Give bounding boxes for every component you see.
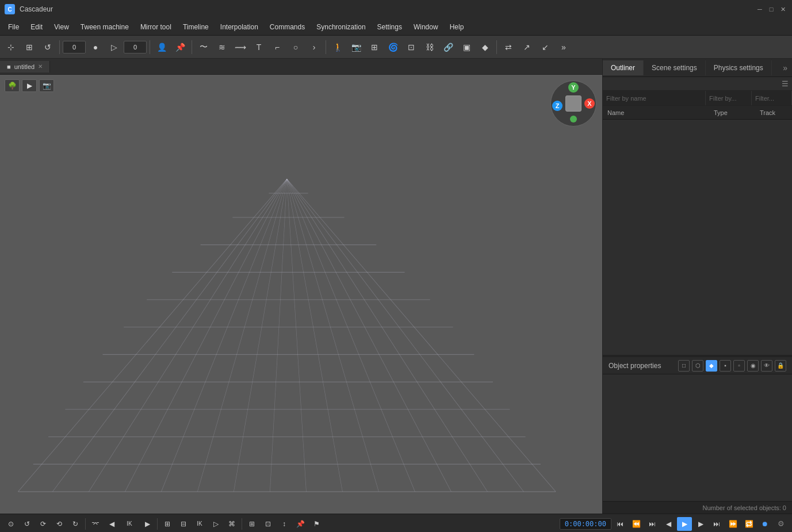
- menu-mirror-tool[interactable]: Mirror tool: [135, 21, 177, 33]
- maximize-button[interactable]: □: [767, 5, 776, 14]
- tl-expand-btn[interactable]: ⊞: [160, 517, 175, 531]
- scene-tab[interactable]: ■ untitled ✕: [0, 61, 50, 72]
- link-btn[interactable]: ⛓: [421, 39, 438, 55]
- tl-flag-btn[interactable]: ⚑: [309, 517, 324, 531]
- body-btn[interactable]: 🚶: [329, 39, 346, 55]
- filter-other-input[interactable]: [752, 91, 792, 105]
- tl-record-btn[interactable]: ⏺: [757, 517, 772, 531]
- tab-outliner[interactable]: Outliner: [603, 60, 644, 75]
- tl-end-btn[interactable]: ⏭: [709, 517, 724, 531]
- rotate-tool-button[interactable]: ↺: [39, 39, 56, 55]
- rotation-input[interactable]: [124, 41, 147, 53]
- svg-line-25: [287, 179, 488, 492]
- outliner-more-btn[interactable]: »: [778, 63, 792, 72]
- tl-frame-btn[interactable]: ⊞: [244, 517, 259, 531]
- chevron-btn[interactable]: ›: [305, 39, 323, 55]
- menu-interpolation[interactable]: Interpolation: [215, 21, 264, 33]
- cam-btn[interactable]: 📷: [347, 39, 365, 55]
- viewport-tree-btn[interactable]: 🌳: [5, 79, 20, 92]
- box-btn[interactable]: ▣: [458, 39, 475, 55]
- wave-btn[interactable]: 〜: [195, 39, 212, 55]
- tl-prev-btn[interactable]: ◀: [661, 517, 676, 531]
- more-btn[interactable]: »: [555, 39, 572, 55]
- zigzag-btn[interactable]: ⟿: [232, 39, 249, 55]
- tl-prev-frame-btn[interactable]: ⏪: [629, 517, 644, 531]
- tl-next-btn[interactable]: ▶: [693, 517, 708, 531]
- obj-prop-circle-icon[interactable]: ◉: [747, 360, 759, 372]
- tl-prev-key-btn[interactable]: ◀: [104, 517, 119, 531]
- t-btn[interactable]: T: [250, 39, 267, 55]
- tl-sync-btn[interactable]: ⟲: [52, 517, 67, 531]
- tl-trim-btn[interactable]: ⌤: [88, 517, 103, 531]
- tl-merge-btn[interactable]: ⊟: [176, 517, 191, 531]
- tl-extra-btn[interactable]: ⌘: [224, 517, 239, 531]
- tab-physics-settings[interactable]: Physics settings: [706, 60, 772, 75]
- menu-edit[interactable]: Edit: [25, 21, 48, 33]
- menu-view[interactable]: View: [48, 21, 75, 33]
- obj-prop-sq1-icon[interactable]: ▪: [720, 360, 731, 372]
- outliner-menu-icon[interactable]: ☰: [782, 79, 789, 88]
- menu-file[interactable]: File: [2, 21, 25, 33]
- obj-prop-sq2-icon[interactable]: ▫: [733, 360, 745, 372]
- tl-rewind-btn[interactable]: ⏮: [613, 517, 628, 531]
- menu-settings[interactable]: Settings: [372, 21, 408, 33]
- menu-window[interactable]: Window: [408, 21, 444, 33]
- frame-input[interactable]: [63, 41, 86, 53]
- tab-close-button[interactable]: ✕: [38, 63, 43, 70]
- menu-tween-machine[interactable]: Tween machine: [75, 21, 135, 33]
- tab-scene-settings[interactable]: Scene settings: [644, 60, 706, 75]
- obj-prop-lock-icon[interactable]: 🔒: [775, 360, 786, 372]
- tl-move-btn[interactable]: ↕: [277, 517, 292, 531]
- tl-anim-btn[interactable]: ↺: [20, 517, 35, 531]
- viewport-play-btn[interactable]: ▶: [22, 79, 37, 92]
- minimize-button[interactable]: ─: [755, 5, 764, 14]
- menu-help[interactable]: Help: [444, 21, 470, 33]
- circle-btn[interactable]: ○: [287, 39, 304, 55]
- tl-loop-btn[interactable]: ⟳: [36, 517, 51, 531]
- pin-btn[interactable]: 📌: [171, 39, 189, 55]
- viewport-camera-btn[interactable]: 📷: [39, 79, 54, 92]
- menu-synchronization[interactable]: Synchronization: [311, 21, 371, 33]
- axis-gizmo[interactable]: Y X Z: [550, 81, 596, 127]
- tl-ik-btn[interactable]: IK: [120, 517, 139, 531]
- tl-next-frame-btn[interactable]: ⏩: [725, 517, 740, 531]
- obj-prop-box-icon[interactable]: □: [678, 360, 690, 372]
- tl-range-btn[interactable]: ⊡: [261, 517, 276, 531]
- menu-timeline[interactable]: Timeline: [177, 21, 215, 33]
- tl-loop-mode-btn[interactable]: 🔁: [741, 517, 756, 531]
- link2-btn[interactable]: 🔗: [439, 39, 457, 55]
- tl-scene-btn[interactable]: ⊙: [3, 517, 18, 531]
- import-btn[interactable]: ↙: [537, 39, 554, 55]
- obj-prop-eye-icon[interactable]: 👁: [761, 360, 772, 372]
- wave2-btn[interactable]: ≋: [213, 39, 231, 55]
- target-btn[interactable]: ⊞: [366, 39, 383, 55]
- spiral-btn[interactable]: 🌀: [384, 39, 401, 55]
- viewport[interactable]: 🌳 ▶ 📷 Y X Z .grid-line { stroke: rgb: [0, 75, 602, 514]
- person-btn[interactable]: 👤: [153, 39, 170, 55]
- menu-commands[interactable]: Commands: [264, 21, 311, 33]
- tl-fk2-btn[interactable]: ▷: [208, 517, 223, 531]
- close-button[interactable]: ✕: [778, 5, 787, 14]
- tl-pin-btn[interactable]: 📌: [293, 517, 308, 531]
- tl-refresh-btn[interactable]: ↻: [68, 517, 83, 531]
- tl-play-pause-btn[interactable]: ▶: [677, 517, 692, 531]
- filter-name-input[interactable]: [603, 91, 706, 105]
- group-tool-button[interactable]: ⊞: [21, 39, 38, 55]
- point-btn[interactable]: ●: [87, 39, 104, 55]
- col-track-header: Track: [757, 109, 792, 116]
- obj-prop-diamond-icon[interactable]: ◆: [706, 360, 717, 372]
- tl-gear-btn[interactable]: ⚙: [774, 517, 789, 531]
- obj-prop-hex-icon[interactable]: ⬡: [692, 360, 703, 372]
- grid-btn[interactable]: ⊡: [403, 39, 420, 55]
- filter-type-input[interactable]: [706, 91, 752, 105]
- diamond-btn[interactable]: ◆: [476, 39, 493, 55]
- toolbar-separator-4: [326, 40, 326, 54]
- tl-next-key-btn[interactable]: ▶: [140, 517, 155, 531]
- tl-fk-btn[interactable]: IK: [192, 517, 207, 531]
- arrow-btn[interactable]: ▷: [105, 39, 123, 55]
- tl-start-btn[interactable]: ⏭: [645, 517, 660, 531]
- connect-btn[interactable]: ⇄: [500, 39, 517, 55]
- bracket-btn[interactable]: ⌐: [269, 39, 286, 55]
- export-btn[interactable]: ↗: [518, 39, 535, 55]
- select-tool-button[interactable]: ⊹: [2, 39, 20, 55]
